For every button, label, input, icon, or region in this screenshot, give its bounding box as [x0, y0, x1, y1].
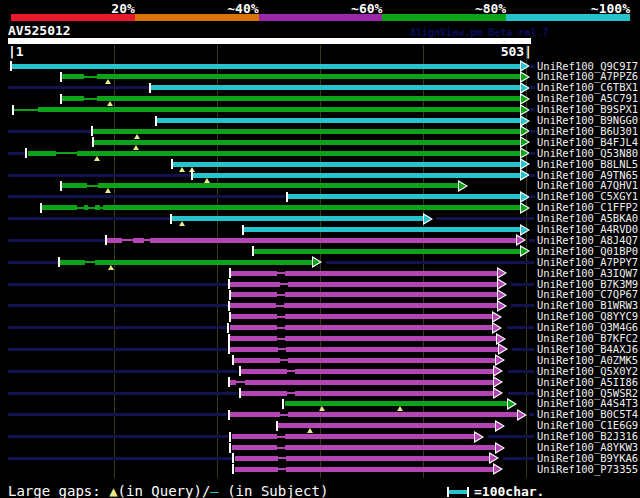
subject-overhang-left — [8, 413, 227, 416]
subject-gap-segment[interactable] — [84, 98, 97, 100]
alignment-bar-segment[interactable] — [230, 347, 278, 352]
subject-gap-segment[interactable] — [236, 381, 245, 383]
alignment-bar-segment[interactable] — [98, 183, 460, 188]
alignment-bar-segment[interactable] — [230, 282, 280, 287]
alignment-bar-segment[interactable] — [38, 107, 521, 112]
subject-gap-segment[interactable] — [122, 239, 133, 241]
alignment-bar-segment[interactable] — [235, 467, 278, 472]
arrow-right-fill — [499, 345, 506, 353]
subject-gap-segment[interactable] — [277, 338, 285, 340]
alignment-bar-segment[interactable] — [244, 227, 521, 232]
subject-gap-segment[interactable] — [85, 261, 95, 263]
subject-gap-segment[interactable] — [277, 272, 285, 274]
alignment-bar-segment[interactable] — [193, 173, 521, 178]
alignment-bar-segment[interactable] — [232, 434, 277, 439]
alignment-bar-segment[interactable] — [235, 456, 278, 461]
alignment-bar-segment[interactable] — [288, 282, 498, 287]
alignment-bar-segment[interactable] — [230, 325, 277, 330]
alignment-bar-segment[interactable] — [285, 292, 498, 297]
hit-label[interactable]: UniRef100_B8LNL5 — [537, 159, 638, 170]
alignment-bar-segment[interactable] — [295, 369, 495, 374]
alignment-bar-segment[interactable] — [288, 412, 518, 417]
alignment-bar-segment[interactable] — [231, 314, 277, 319]
alignment-bar-segment[interactable] — [77, 151, 521, 156]
hit-label[interactable]: UniRef100_A5II86 — [537, 377, 638, 388]
alignment-bar-segment[interactable] — [103, 205, 521, 210]
alignment-bar-segment[interactable] — [232, 445, 277, 450]
alignment-bar-segment[interactable] — [133, 238, 144, 243]
subject-gap-segment[interactable] — [87, 185, 98, 187]
subject-gap-segment[interactable] — [56, 152, 77, 154]
alignment-bar-segment[interactable] — [285, 271, 498, 276]
subject-gap-segment[interactable] — [84, 76, 97, 78]
alignment-bar-segment[interactable] — [288, 358, 497, 363]
alignment-bar-segment[interactable] — [151, 85, 521, 90]
subject-overhang-left — [8, 304, 228, 307]
alignment-bar-segment[interactable] — [93, 129, 521, 134]
subject-gap-segment[interactable] — [277, 327, 285, 329]
alignment-bar-segment[interactable] — [285, 336, 497, 341]
alignment-bar-segment[interactable] — [173, 162, 521, 167]
alignment-bar-segment[interactable] — [97, 96, 521, 101]
subject-gap-segment[interactable] — [277, 447, 285, 449]
arrow-right-fill — [521, 127, 528, 135]
alignment-bar-segment[interactable] — [295, 391, 495, 396]
subject-gap-segment[interactable] — [77, 207, 84, 209]
subject-gap-segment[interactable] — [278, 457, 286, 459]
alignment-bar-segment[interactable] — [285, 314, 494, 319]
alignment-bar-segment[interactable] — [286, 347, 499, 352]
alignment-bar-segment[interactable] — [150, 238, 517, 243]
subject-gap-segment[interactable] — [277, 294, 285, 296]
alignment-bar-segment[interactable] — [62, 183, 87, 188]
alignment-bar-segment[interactable] — [94, 140, 521, 145]
alignment-bar-segment[interactable] — [254, 249, 521, 254]
alignment-bar-segment[interactable] — [60, 260, 85, 265]
alignment-bar-segment[interactable] — [95, 260, 314, 265]
alignment-bar-segment[interactable] — [230, 336, 277, 341]
subject-gap-segment[interactable] — [88, 207, 95, 209]
alignment-bar-segment[interactable] — [241, 369, 287, 374]
scale-legend-right-tick — [467, 487, 469, 497]
alignment-bar-segment[interactable] — [230, 303, 276, 308]
subject-overhang-left — [8, 326, 227, 329]
alignment-bar-segment[interactable] — [241, 391, 287, 396]
alignment-bar-segment[interactable] — [172, 216, 424, 221]
alignment-bar-segment[interactable] — [62, 74, 84, 79]
subject-gap-segment[interactable] — [14, 109, 38, 111]
subject-gap-segment[interactable] — [278, 348, 286, 350]
alignment-bar-segment[interactable] — [107, 238, 122, 243]
subject-gap-segment[interactable] — [280, 359, 288, 361]
alignment-bar-segment[interactable] — [245, 380, 495, 385]
alignment-bar-segment[interactable] — [284, 303, 498, 308]
subject-gap-segment[interactable] — [280, 414, 288, 416]
subject-gap-segment[interactable] — [287, 392, 295, 394]
alignment-bar-segment[interactable] — [62, 96, 84, 101]
alignment-bar-segment[interactable] — [285, 434, 475, 439]
alignment-bar-segment[interactable] — [231, 271, 277, 276]
alignment-bar-segment[interactable] — [286, 456, 490, 461]
alignment-start-tick — [232, 453, 234, 463]
hit-label[interactable]: UniRef100_P73355 — [537, 464, 638, 475]
alignment-bar-segment[interactable] — [285, 445, 497, 450]
subject-gap-segment[interactable] — [280, 283, 288, 285]
subject-gap-segment[interactable] — [278, 468, 286, 470]
hit-label[interactable]: UniRef100_A3IQW7 — [537, 268, 638, 279]
alignment-bar-segment[interactable] — [286, 467, 495, 472]
scale-legend: =100char. — [447, 484, 544, 498]
alignment-bar-segment[interactable] — [97, 74, 521, 79]
alignment-bar-segment[interactable] — [28, 151, 56, 156]
alignment-bar-segment[interactable] — [230, 412, 280, 417]
subject-gap-segment[interactable] — [276, 305, 284, 307]
alignment-bar-segment[interactable] — [12, 64, 521, 69]
alignment-bar-segment[interactable] — [231, 292, 277, 297]
alignment-bar-segment[interactable] — [42, 205, 77, 210]
subject-gap-segment[interactable] — [277, 316, 285, 318]
alignment-bar-segment[interactable] — [285, 325, 494, 330]
alignment-bar-segment[interactable] — [234, 358, 280, 363]
subject-gap-segment[interactable] — [277, 436, 285, 438]
subject-gap-segment[interactable] — [287, 370, 295, 372]
arrow-right-fill — [313, 258, 320, 266]
alignment-bar-segment[interactable] — [157, 118, 521, 123]
arrow-right-fill — [521, 117, 528, 125]
alignment-bar-segment[interactable] — [288, 194, 521, 199]
